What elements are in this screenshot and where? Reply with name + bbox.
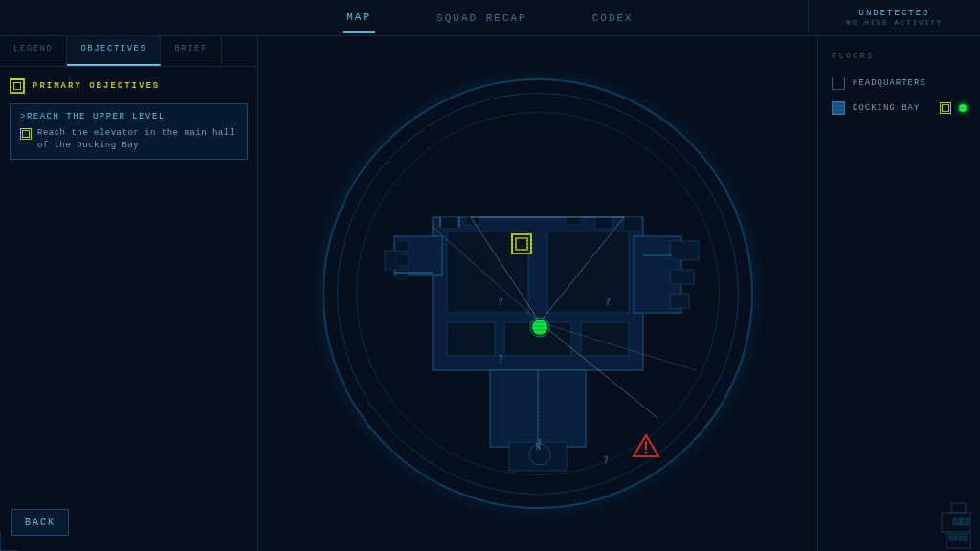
- svg-rect-18: [624, 217, 641, 231]
- objectives-icon: [10, 78, 25, 94]
- top-nav: MAP SQUAD RECAP CODEX UNDETECTED NO HIVE…: [0, 0, 980, 36]
- svg-rect-20: [396, 255, 408, 265]
- svg-rect-55: [961, 518, 969, 525]
- radar-container: ? ? ? ?: [318, 74, 758, 514]
- left-panel: LEGEND OBJECTIVES BRIEF PRIMARY OBJECTIV…: [0, 36, 258, 551]
- floor-name-hq: Headquarters: [853, 78, 967, 88]
- tab-squad-recap[interactable]: SQUAD RECAP: [433, 5, 531, 32]
- floor-icon-headquarters: [832, 77, 845, 90]
- map-area: ? ? ? ?: [258, 36, 817, 551]
- player-position-dot: [959, 104, 967, 112]
- svg-rect-16: [567, 217, 580, 225]
- svg-rect-17: [595, 217, 612, 229]
- svg-point-35: [532, 320, 547, 335]
- main-container: MAP SQUAD RECAP CODEX UNDETECTED NO HIVE…: [0, 0, 980, 551]
- svg-rect-11: [447, 322, 495, 356]
- corner-decoration-bl: [0, 513, 38, 551]
- svg-rect-50: [951, 503, 966, 513]
- svg-text:?: ?: [498, 297, 503, 307]
- objective-description: Reach the elevator in the main hall of t…: [37, 127, 237, 151]
- svg-rect-5: [670, 270, 694, 284]
- objective-title: >REACH THE UPPER LEVEL: [20, 112, 237, 121]
- floors-label: FLOORS: [832, 52, 967, 61]
- svg-rect-19: [396, 241, 408, 251]
- svg-rect-15: [466, 217, 479, 225]
- tab-brief[interactable]: BRIEF: [161, 36, 222, 66]
- svg-rect-53: [959, 536, 967, 540]
- detection-status: UNDETECTED: [858, 9, 929, 18]
- svg-rect-52: [949, 536, 957, 540]
- nav-tabs: MAP SQUAD RECAP CODEX: [343, 4, 636, 33]
- status-panel: UNDETECTED NO HIVE ACTIVITY: [808, 0, 980, 36]
- svg-text:?: ?: [498, 354, 503, 364]
- primary-objectives-header: PRIMARY OBJECTIVES: [10, 78, 248, 94]
- svg-rect-4: [670, 241, 699, 260]
- primary-objectives-label: PRIMARY OBJECTIVES: [33, 81, 160, 91]
- svg-rect-10: [547, 231, 629, 313]
- tab-objectives[interactable]: OBJECTIVES: [67, 36, 161, 66]
- svg-rect-13: [581, 322, 629, 356]
- svg-rect-54: [953, 518, 961, 525]
- tab-legend[interactable]: LEGEND: [0, 36, 67, 66]
- tech-decoration-br: [884, 494, 980, 551]
- svg-text:?: ?: [603, 455, 609, 466]
- svg-text:?: ?: [605, 297, 611, 307]
- floor-item-hq[interactable]: Headquarters: [832, 77, 967, 90]
- objective-item: >REACH THE UPPER LEVEL Reach the elevato…: [10, 103, 248, 160]
- objectives-section: PRIMARY OBJECTIVES >REACH THE UPPER LEVE…: [0, 67, 257, 177]
- floor-item-dock[interactable]: Docking Bay: [832, 101, 967, 115]
- svg-rect-21: [396, 270, 408, 279]
- objective-desc-row: Reach the elevator in the main hall of t…: [20, 127, 237, 151]
- right-panel: FLOORS Headquarters Docking Bay: [817, 36, 980, 551]
- floor-active-icon: [940, 102, 951, 114]
- floor-icon-dockingbay: [832, 101, 845, 115]
- tab-codex[interactable]: CODEX: [589, 5, 637, 32]
- svg-rect-14: [440, 217, 457, 229]
- map-svg: ? ? ? ?: [356, 102, 720, 485]
- hive-status: NO HIVE ACTIVITY: [846, 18, 943, 27]
- svg-rect-6: [670, 294, 689, 308]
- tab-map[interactable]: MAP: [343, 4, 375, 33]
- svg-point-41: [645, 452, 648, 454]
- left-tabs: LEGEND OBJECTIVES BRIEF: [0, 36, 257, 67]
- objective-small-icon: [20, 128, 32, 140]
- floor-name-dock: Docking Bay: [853, 103, 932, 113]
